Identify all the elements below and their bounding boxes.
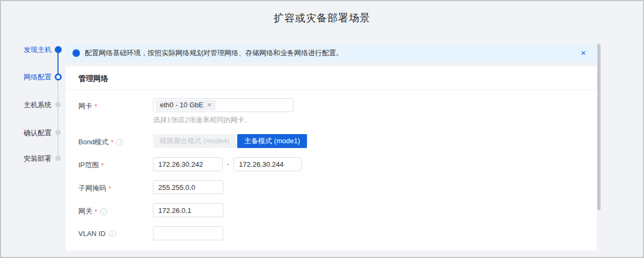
required-mark: * xyxy=(111,138,113,146)
step-connector-pending xyxy=(57,77,58,158)
vertical-scrollbar-thumb[interactable] xyxy=(597,44,601,210)
nic-label-text: 网卡 xyxy=(78,101,92,111)
gateway-input[interactable] xyxy=(153,203,223,217)
subnet-mask-label: 子网掩码 * xyxy=(78,180,153,193)
ip-range-row: IP范围 * - xyxy=(78,157,584,171)
step-discover-hosts[interactable]: 发现主机 xyxy=(17,46,52,54)
bond-mode-label-text: Bond模式 xyxy=(78,137,108,147)
required-mark: * xyxy=(94,208,97,216)
bond-mode1-button[interactable]: 主备模式 (mode1) xyxy=(237,134,307,148)
bond-mode4-button[interactable]: 链路聚合模式 (mode4) xyxy=(153,134,236,148)
vlan-row: VLAN ID xyxy=(78,226,584,240)
step-network-config[interactable]: 网络配置 xyxy=(17,73,52,81)
step-dot-done-icon xyxy=(55,46,62,53)
nic-label: 网卡 * xyxy=(78,98,153,111)
management-network-form: 网卡 * eth0 - 10 GbE ✕ 选择1张或2张速率相同的网卡。 Bon… xyxy=(65,90,597,240)
info-circle-icon xyxy=(72,49,80,57)
tag-remove-icon[interactable]: ✕ xyxy=(207,102,211,108)
ip-range-start-input[interactable] xyxy=(153,157,223,171)
ip-range-separator: - xyxy=(227,157,229,168)
nic-tag-label: eth0 - 10 GbE xyxy=(160,100,203,110)
ip-range-label-text: IP范围 xyxy=(78,160,99,170)
step-dot-pending-icon xyxy=(55,130,61,135)
info-banner: 配置网络基础环境，按照实际网络规划对管理网络、存储网络和业务网络进行配置。 ✕ xyxy=(65,44,597,62)
gateway-label: 网关 * xyxy=(78,203,153,216)
info-tooltip-icon[interactable] xyxy=(116,139,123,146)
subnet-mask-row: 子网掩码 * xyxy=(78,180,584,194)
required-mark: * xyxy=(94,102,97,110)
banner-close-icon[interactable]: ✕ xyxy=(581,50,586,56)
vlan-input[interactable] xyxy=(153,226,223,240)
vlan-label-text: VLAN ID xyxy=(78,230,106,238)
ip-range-label: IP范围 * xyxy=(78,157,153,170)
step-dot-current-icon xyxy=(55,73,62,80)
step-host-system[interactable]: 主机系统 xyxy=(17,101,52,109)
bond-mode-group: 链路聚合模式 (mode4) 主备模式 (mode1) xyxy=(153,134,307,148)
step-confirm-config[interactable]: 确认配置 xyxy=(17,129,52,137)
nic-row: 网卡 * eth0 - 10 GbE ✕ 选择1张或2张速率相同的网卡。 xyxy=(78,98,584,125)
info-tooltip-icon[interactable] xyxy=(100,208,107,215)
bond-mode-label: Bond模式 * xyxy=(78,134,153,147)
required-mark: * xyxy=(101,161,104,169)
step-dot-pending-icon xyxy=(55,156,61,161)
nic-tag: eth0 - 10 GbE ✕ xyxy=(156,100,216,110)
info-banner-text: 配置网络基础环境，按照实际网络规划对管理网络、存储网络和业务网络进行配置。 xyxy=(85,48,581,58)
subnet-mask-label-text: 子网掩码 xyxy=(78,183,106,193)
required-mark: * xyxy=(108,185,111,193)
nic-control: eth0 - 10 GbE ✕ 选择1张或2张速率相同的网卡。 xyxy=(153,98,294,125)
management-network-card: 管理网络 网卡 * eth0 - 10 GbE ✕ 选择1张或2张速率相同的网卡… xyxy=(65,67,597,250)
ip-range-end-input[interactable] xyxy=(233,157,302,171)
info-tooltip-icon[interactable] xyxy=(109,230,116,237)
nic-select-input[interactable]: eth0 - 10 GbE ✕ xyxy=(153,98,294,112)
vlan-label: VLAN ID xyxy=(78,226,153,238)
nic-hint: 选择1张或2张速率相同的网卡。 xyxy=(153,115,294,125)
gateway-row: 网关 * xyxy=(78,203,584,217)
step-connector-done xyxy=(57,49,58,77)
page-title: 扩容或灾备部署场景 xyxy=(1,11,643,25)
step-dot-pending-icon xyxy=(55,102,61,107)
subnet-mask-input[interactable] xyxy=(153,180,223,194)
gateway-label-text: 网关 xyxy=(78,207,92,216)
step-install-deploy[interactable]: 安装部署 xyxy=(17,154,52,163)
section-title: 管理网络 xyxy=(65,67,597,90)
bond-mode-row: Bond模式 * 链路聚合模式 (mode4) 主备模式 (mode1) xyxy=(78,134,584,148)
